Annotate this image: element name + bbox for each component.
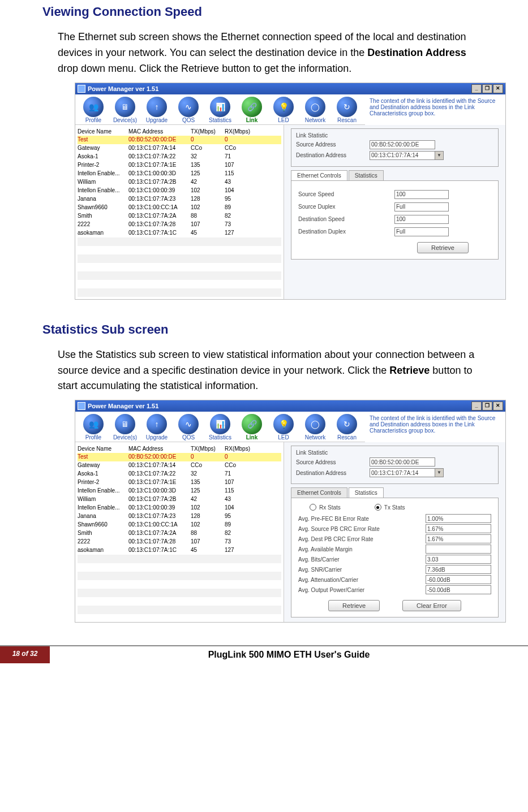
- toolbar-qos[interactable]: ∿QOS: [174, 97, 203, 123]
- tab-statistics[interactable]: Statistics: [349, 487, 384, 498]
- device-cell: 95: [225, 513, 259, 521]
- destination-address-dropdown[interactable]: 00:13:C1:07:7A:14 ▼: [370, 151, 444, 160]
- col-header: MAC Address: [128, 446, 191, 452]
- device-cell: Gateway: [78, 462, 128, 470]
- device-cell: Intellon Enable...: [78, 187, 128, 195]
- toolbar-statistics[interactable]: 📊Statistics: [205, 414, 235, 440]
- col-header: TX(Mbps): [191, 446, 225, 452]
- maximize-button[interactable]: ❐: [482, 401, 492, 411]
- device-cell: 00:13:C1:07:7A:14: [128, 145, 191, 153]
- device-row[interactable]: asokaman00:13:C1:07:7A:1C45127: [78, 546, 281, 555]
- device-cell: 102: [191, 187, 225, 195]
- device-row[interactable]: Intellon Enable...00:13:C1:00:00:3D12511…: [78, 170, 281, 178]
- statistics-row: Avg. Bits/Carrier3.03: [298, 555, 491, 564]
- toolbar-upgrade[interactable]: ↑Upgrade: [142, 97, 171, 123]
- device-row[interactable]: Asoka-100:13:C1:07:7A:223271: [78, 153, 281, 161]
- toolbar-statistics[interactable]: 📊Statistics: [205, 97, 235, 123]
- toolbar-icon: 🖥: [115, 414, 135, 434]
- retrieve-button[interactable]: Retrieve: [328, 600, 380, 611]
- radio-tx-stats[interactable]: Tx Stats: [375, 504, 405, 511]
- device-list-header: Device Name MAC Address TX(Mbps) RX(Mbps…: [78, 444, 281, 453]
- close-button[interactable]: ✕: [493, 401, 503, 411]
- device-cell: Asoka-1: [78, 470, 128, 478]
- device-row[interactable]: Intellon Enable...00:13:C1:00:00:3910210…: [78, 187, 281, 195]
- field-value: Full: [394, 202, 449, 211]
- destination-address-dropdown[interactable]: 00:13:C1:07:7A:14 ▼: [370, 468, 444, 477]
- toolbar-icon: ↑: [147, 97, 167, 117]
- device-row[interactable]: Shawn966000:13:C1:00:CC:1A10289: [78, 521, 281, 529]
- device-row[interactable]: William00:13:C1:07:7A:2B4243: [78, 178, 281, 187]
- toolbar-label: Link: [246, 434, 258, 440]
- device-row[interactable]: William00:13:C1:07:7A:2B4243: [78, 495, 281, 504]
- device-cell: 102: [191, 204, 225, 212]
- toolbar-devices[interactable]: 🖥Device(s): [110, 97, 140, 123]
- toolbar-icon: ◯: [305, 97, 325, 117]
- tab-ethernet-controls[interactable]: Ethernet Controls: [291, 170, 347, 180]
- device-cell: 00:13:C1:07:7A:1C: [128, 230, 191, 237]
- toolbar-label: QOS: [182, 434, 195, 440]
- stat-label: Avg. Available Margin: [298, 546, 426, 552]
- device-row[interactable]: 222200:13:C1:07:7A:2810773: [78, 538, 281, 546]
- device-cell: 00:13:C1:07:7A:2B: [128, 179, 191, 187]
- device-cell: 0: [225, 136, 259, 144]
- minimize-button[interactable]: _: [471, 401, 482, 411]
- chevron-down-icon[interactable]: ▼: [435, 151, 444, 160]
- stat-value: 1.67%: [426, 534, 491, 543]
- device-row[interactable]: Gateway00:13:C1:07:7A:14CCoCCo: [78, 144, 281, 153]
- device-row[interactable]: Janana00:13:C1:07:7A:2312895: [78, 195, 281, 204]
- device-cell: 45: [191, 230, 225, 237]
- device-row[interactable]: Printer-200:13:C1:07:7A:1E135107: [78, 478, 281, 487]
- radio-rx-stats[interactable]: Rx Stats: [310, 504, 341, 511]
- toolbar-network[interactable]: ◯Network: [301, 97, 330, 123]
- maximize-button[interactable]: ❐: [482, 84, 492, 93]
- toolbar-upgrade[interactable]: ↑Upgrade: [142, 414, 171, 440]
- device-cell: Asoka-1: [78, 153, 128, 161]
- device-cell: William: [78, 496, 128, 504]
- field-label: Source Duplex: [298, 204, 394, 210]
- device-list-pane: Device Name MAC Address TX(Mbps) RX(Mbps…: [75, 442, 284, 622]
- stat-label: Avg. Bits/Carrier: [298, 556, 426, 563]
- tab-ethernet-controls[interactable]: Ethernet Controls: [291, 487, 347, 498]
- toolbar-icon: ↑: [147, 414, 167, 434]
- toolbar-profile[interactable]: 👥Profile: [79, 414, 108, 440]
- statistics-row: Avg. Available Margin: [298, 545, 491, 554]
- toolbar-network[interactable]: ◯Network: [301, 414, 330, 440]
- stat-value: 1.00%: [426, 514, 491, 523]
- toolbar-rescan[interactable]: ↻Rescan: [332, 97, 362, 123]
- device-row[interactable]: Test00:B0:52:00:00:DE00: [78, 136, 281, 144]
- minimize-button[interactable]: _: [471, 84, 482, 93]
- device-row[interactable]: Gateway00:13:C1:07:7A:14CCoCCo: [78, 461, 281, 470]
- field-value: 100: [394, 215, 449, 224]
- toolbar-icon: 🔗: [242, 97, 262, 117]
- toolbar-link[interactable]: 🔗Link: [237, 97, 267, 123]
- device-row[interactable]: Intellon Enable...00:13:C1:00:00:3D12511…: [78, 487, 281, 495]
- device-row[interactable]: Printer-200:13:C1:07:7A:1E135107: [78, 161, 281, 170]
- device-row[interactable]: Janana00:13:C1:07:7A:2312895: [78, 512, 281, 521]
- retrieve-button[interactable]: Retrieve: [417, 242, 469, 253]
- toolbar-link[interactable]: 🔗Link: [237, 414, 267, 440]
- toolbar-devices[interactable]: 🖥Device(s): [110, 414, 140, 440]
- guide-title: PlugLink 500 MIMO ETH User's Guide: [50, 646, 528, 663]
- device-cell: asokaman: [78, 230, 128, 237]
- toolbar-rescan[interactable]: ↻Rescan: [332, 414, 362, 440]
- toolbar-led[interactable]: 💡LED: [269, 414, 298, 440]
- link-statistic-group: Link Statistic Source Address 00:B0:52:0…: [291, 446, 499, 484]
- device-row[interactable]: Shawn966000:13:C1:00:CC:1A10289: [78, 204, 281, 212]
- device-row[interactable]: Asoka-100:13:C1:07:7A:223271: [78, 470, 281, 478]
- toolbar-profile[interactable]: 👥Profile: [79, 97, 108, 123]
- device-cell: 42: [191, 496, 225, 504]
- device-row[interactable]: Test00:B0:52:00:00:DE00: [78, 453, 281, 461]
- chevron-down-icon[interactable]: ▼: [435, 468, 444, 477]
- device-row[interactable]: Intellon Enable...00:13:C1:00:00:3910210…: [78, 504, 281, 512]
- device-row[interactable]: Smith00:13:C1:07:7A:2A8882: [78, 529, 281, 538]
- close-button[interactable]: ✕: [493, 84, 503, 93]
- clear-error-button[interactable]: Clear Error: [402, 600, 461, 611]
- window-title: Power Manager ver 1.51: [88, 85, 158, 92]
- device-row[interactable]: 222200:13:C1:07:7A:2810773: [78, 221, 281, 229]
- toolbar-qos[interactable]: ∿QOS: [174, 414, 203, 440]
- tab-statistics[interactable]: Statistics: [349, 170, 384, 180]
- device-row[interactable]: Smith00:13:C1:07:7A:2A8882: [78, 212, 281, 221]
- toolbar-led[interactable]: 💡LED: [269, 97, 298, 123]
- device-row[interactable]: asokaman00:13:C1:07:7A:1C45127: [78, 229, 281, 237]
- toolbar-label: Profile: [85, 117, 101, 123]
